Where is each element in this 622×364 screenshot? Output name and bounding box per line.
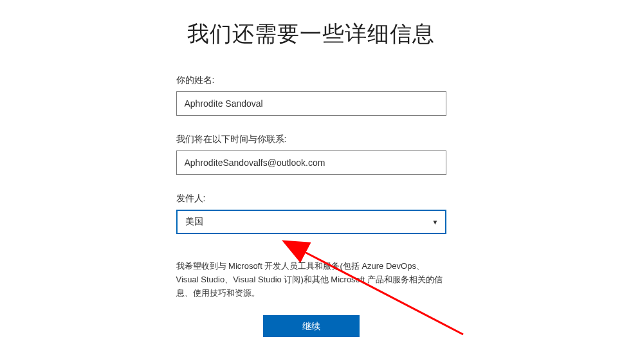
name-field-block: 你的姓名: <box>176 75 446 116</box>
form-container: 我们还需要一些详细信息 你的姓名: 我们将在以下时间与你联系: 发件人: 美国 … <box>176 0 446 337</box>
contact-input[interactable] <box>176 150 446 175</box>
contact-field-block: 我们将在以下时间与你联系: <box>176 134 446 175</box>
consent-text: 我希望收到与 Microsoft 开发人员工具和服务(包括 Azure DevO… <box>176 260 446 300</box>
name-input[interactable] <box>176 91 446 116</box>
button-row: 继续 <box>176 315 446 337</box>
contact-label: 我们将在以下时间与你联系: <box>176 134 446 145</box>
sender-field-block: 发件人: 美国 ▼ <box>176 193 446 234</box>
page-title: 我们还需要一些详细信息 <box>176 19 446 49</box>
sender-select[interactable]: 美国 ▼ <box>176 210 446 234</box>
sender-label: 发件人: <box>176 193 446 205</box>
continue-button[interactable]: 继续 <box>263 315 360 337</box>
sender-select-value: 美国 <box>185 216 203 228</box>
name-label: 你的姓名: <box>176 75 446 86</box>
chevron-down-icon: ▼ <box>432 219 439 226</box>
